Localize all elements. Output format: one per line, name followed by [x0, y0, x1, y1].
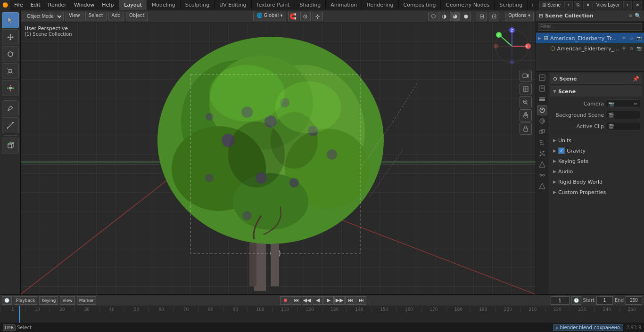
- tab-shading[interactable]: Shading: [295, 0, 326, 10]
- add-cube-tool[interactable]: [2, 138, 19, 154]
- outliner-item-1[interactable]: ▶ ⬡ American_Elderberry_Tre 👁 ⊙ 📷: [536, 43, 644, 54]
- item-eye-1[interactable]: 👁: [620, 45, 627, 52]
- add-menu[interactable]: Add: [108, 12, 124, 21]
- xray-toggle[interactable]: ⊡: [489, 12, 499, 21]
- tab-layout[interactable]: Layout: [119, 0, 147, 10]
- prev-frame-btn[interactable]: ◀: [313, 296, 323, 305]
- view-menu-tl[interactable]: View: [60, 296, 74, 305]
- item-arrow-1[interactable]: ▶: [545, 46, 549, 51]
- camera-edit-btn[interactable]: ✏: [634, 101, 638, 106]
- current-frame-input[interactable]: [551, 296, 570, 305]
- select-menu[interactable]: Select: [85, 12, 107, 21]
- keying-sets-section[interactable]: ▶ Keying Sets: [550, 156, 642, 166]
- cursor-snap[interactable]: ⊹: [313, 12, 323, 21]
- menu-edit[interactable]: Edit: [26, 0, 44, 10]
- last-frame-btn[interactable]: ⏭: [356, 296, 366, 305]
- props-tab-render[interactable]: [537, 73, 547, 83]
- props-tab-constraints[interactable]: [537, 170, 547, 180]
- scene-add-btn[interactable]: +: [564, 1, 573, 9]
- tab-texture-paint[interactable]: Texture Paint: [252, 0, 295, 10]
- viewport-3d[interactable]: User Perspective (1) Scene Collection X …: [21, 23, 536, 294]
- view-layer-btn[interactable]: View Layer: [594, 1, 622, 9]
- props-tab-particles[interactable]: [537, 148, 547, 159]
- solid-shading[interactable]: ◑: [439, 12, 449, 21]
- tab-modeling[interactable]: Modeling: [147, 0, 181, 10]
- outliner-filter-btn[interactable]: ≡: [628, 13, 633, 19]
- object-menu[interactable]: Object: [126, 12, 148, 21]
- tab-geometry-nodes[interactable]: Geometry Nodes: [441, 0, 495, 10]
- menu-help[interactable]: Help: [98, 0, 117, 10]
- custom-props-section[interactable]: ▶ Custom Properties: [550, 187, 642, 197]
- transform-global[interactable]: 🌐 Global ▾: [253, 12, 286, 21]
- prev-key-btn[interactable]: ◀◀: [302, 296, 312, 305]
- timeline-type-btn[interactable]: 🕐: [2, 296, 12, 305]
- item-arrow-0[interactable]: ▶: [538, 36, 543, 40]
- playback-menu[interactable]: Playback: [14, 296, 37, 305]
- proportional-edit[interactable]: ⊙: [300, 12, 311, 21]
- outliner-search-btn[interactable]: 🔍: [635, 13, 641, 19]
- tab-scripting[interactable]: Scripting: [495, 0, 528, 10]
- clock-btn[interactable]: 🕐: [571, 296, 581, 305]
- item-select-0[interactable]: ⊙: [628, 35, 635, 41]
- tab-compositing[interactable]: Compositing: [399, 0, 441, 10]
- move-tool[interactable]: [2, 29, 19, 45]
- wireframe-shading[interactable]: ⬡: [428, 12, 438, 21]
- marker-menu[interactable]: Marker: [77, 296, 96, 305]
- tab-uv-editing[interactable]: UV Editing: [215, 0, 251, 10]
- box-select-btn[interactable]: [520, 122, 532, 135]
- end-frame-input[interactable]: [626, 296, 642, 305]
- start-frame-input[interactable]: [596, 296, 613, 305]
- audio-section[interactable]: ▶ Audio: [550, 166, 642, 177]
- props-tab-world[interactable]: [537, 116, 547, 126]
- props-tab-modifier[interactable]: [537, 138, 547, 148]
- item-render-0[interactable]: 📷: [636, 35, 642, 41]
- rotate-tool[interactable]: [2, 46, 19, 62]
- gizmo-container[interactable]: X Y Z: [493, 27, 531, 65]
- scale-tool[interactable]: [2, 63, 19, 79]
- menu-render[interactable]: Render: [44, 0, 70, 10]
- item-select-1[interactable]: ⊙: [628, 45, 635, 52]
- props-tab-scene[interactable]: [537, 105, 547, 115]
- view-layer-delete-btn[interactable]: ✕: [633, 1, 642, 9]
- background-scene-value[interactable]: 🎬: [606, 111, 640, 119]
- scene-dropdown-btn[interactable]: ⊞ Scene: [539, 1, 563, 9]
- tab-rendering[interactable]: Rendering: [362, 0, 398, 10]
- units-section[interactable]: ▶ Units: [550, 135, 642, 146]
- props-tab-output[interactable]: [537, 83, 547, 94]
- first-frame-btn[interactable]: ⏮: [291, 296, 301, 305]
- options-menu[interactable]: Options ▾: [505, 12, 534, 21]
- props-tab-data[interactable]: [537, 181, 547, 191]
- mode-select[interactable]: Object Mode: [23, 12, 64, 21]
- props-tab-object[interactable]: [537, 127, 547, 137]
- camera-value[interactable]: 📷 ✏: [606, 99, 640, 108]
- add-workspace-tab[interactable]: +: [528, 2, 537, 8]
- tab-animation[interactable]: Animation: [326, 0, 362, 10]
- view-menu[interactable]: View: [66, 12, 83, 21]
- tab-sculpting[interactable]: Sculpting: [181, 0, 215, 10]
- rigid-body-section[interactable]: ▶ Rigid Body World: [550, 177, 642, 187]
- overlay-toggle[interactable]: ⊞: [477, 12, 487, 21]
- material-preview[interactable]: ◕: [450, 12, 460, 21]
- annotate-tool[interactable]: [2, 100, 19, 116]
- outliner-search-input[interactable]: [538, 23, 642, 31]
- scene-copy-btn[interactable]: ⎘: [574, 1, 582, 9]
- record-btn[interactable]: ⏺: [280, 296, 290, 305]
- play-btn[interactable]: ▶: [323, 296, 334, 305]
- props-tab-physics[interactable]: [537, 159, 547, 170]
- outliner-item-0[interactable]: ▶ ⊞ American_Elderberry_Tree_w 👁 ⊙ 📷: [536, 33, 644, 43]
- blender-logo[interactable]: 🟠: [0, 0, 10, 10]
- keying-menu[interactable]: Keying: [39, 296, 58, 305]
- view-layer-add-btn[interactable]: +: [623, 1, 632, 9]
- scene-delete-btn[interactable]: ✕: [583, 1, 593, 9]
- measure-tool[interactable]: [2, 117, 19, 133]
- rendered-shading[interactable]: ●: [461, 12, 471, 21]
- gravity-arrow[interactable]: ▶: [553, 148, 556, 153]
- hand-tool-btn[interactable]: [520, 109, 532, 121]
- menu-file[interactable]: File: [10, 0, 26, 10]
- transform-tool[interactable]: [2, 80, 19, 96]
- zoom-btn[interactable]: [520, 96, 532, 108]
- scene-section-header[interactable]: ▼ Scene: [550, 86, 642, 97]
- timeline-content[interactable]: 1102030405060708090100110120130140150160…: [0, 306, 644, 323]
- props-tab-view-layer[interactable]: [537, 94, 547, 105]
- cursor-tool[interactable]: [2, 12, 19, 28]
